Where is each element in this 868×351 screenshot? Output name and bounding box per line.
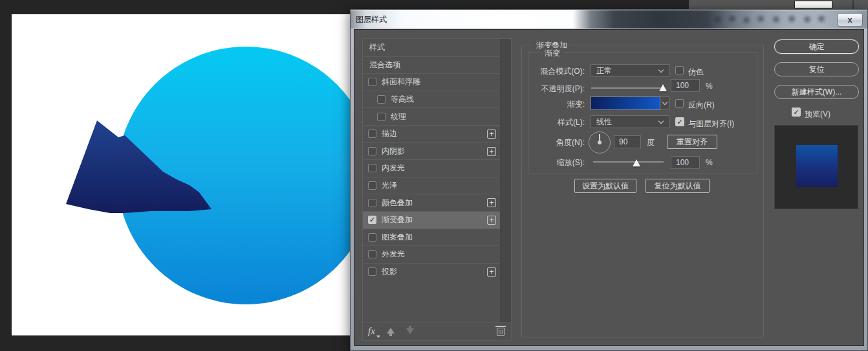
delete-effect-icon[interactable] <box>497 328 505 336</box>
preview-label: 预览(V) <box>805 109 830 120</box>
sidebar-item-blending-options[interactable]: 混合选项 <box>363 56 500 74</box>
close-icon: x <box>847 16 852 24</box>
chevron-down-icon <box>658 67 664 72</box>
opacity-slider-track[interactable] <box>591 87 664 89</box>
document-canvas <box>12 14 350 335</box>
opacity-slider-thumb[interactable] <box>659 84 667 91</box>
dialog-body: 样式 混合选项 斜面和浮雕 等高线 纹理 描边+ 内阴影+ 内发光 光泽 颜色叠… <box>354 29 864 346</box>
dither-checkbox[interactable] <box>675 66 684 74</box>
styles-list: 样式 混合选项 斜面和浮雕 等高线 纹理 描边+ 内阴影+ 内发光 光泽 颜色叠… <box>363 39 500 323</box>
gradient-swatch[interactable] <box>591 96 660 110</box>
angle-hub <box>598 141 602 144</box>
opacity-label: 不透明度(P): <box>520 84 585 95</box>
background-toolbar-swatch <box>794 1 832 8</box>
background-toolbar-divider <box>852 0 854 9</box>
mountain-layer-shape <box>12 14 350 335</box>
inner-glow-checkbox[interactable] <box>368 164 376 172</box>
gradient-group-label: 渐变 <box>541 48 563 59</box>
sidebar-item-texture[interactable]: 纹理 <box>363 108 500 125</box>
angle-label: 角度(N): <box>520 137 585 148</box>
move-effect-down-icon[interactable] <box>406 328 414 334</box>
dialog-titlebar[interactable]: 图层样式 x <box>350 9 868 28</box>
scale-unit: % <box>706 158 713 167</box>
texture-checkbox[interactable] <box>377 113 385 121</box>
dither-label: 仿色 <box>688 67 704 78</box>
sidebar-item-styles[interactable]: 样式 <box>363 39 500 56</box>
add-color-overlay-icon[interactable]: + <box>487 198 496 207</box>
sidebar-item-inner-glow[interactable]: 内发光 <box>363 159 500 177</box>
preview-thumbnail <box>774 125 858 209</box>
set-default-button[interactable]: 设置为默认值 <box>574 179 636 193</box>
sidebar-item-outer-glow[interactable]: 外发光 <box>363 245 500 263</box>
color-overlay-checkbox[interactable] <box>368 199 376 207</box>
angle-unit: 度 <box>647 137 655 148</box>
scale-label: 缩放(S): <box>520 157 585 168</box>
add-gradient-overlay-icon[interactable]: + <box>487 216 496 225</box>
align-layer-label: 与图层对齐(I) <box>688 119 734 130</box>
blend-mode-label: 混合模式(O): <box>520 66 585 77</box>
sidebar-item-pattern-overlay[interactable]: 图案叠加 <box>363 229 500 246</box>
reset-button[interactable]: 复位 <box>774 62 859 76</box>
sidebar-scrollbar[interactable] <box>500 39 511 323</box>
fx-menu-button[interactable]: fx <box>368 326 375 337</box>
sidebar-item-color-overlay[interactable]: 颜色叠加+ <box>363 194 500 211</box>
outer-glow-checkbox[interactable] <box>368 250 376 258</box>
angle-dial[interactable] <box>589 131 611 153</box>
bevel-emboss-checkbox[interactable] <box>368 78 376 86</box>
add-drop-shadow-icon[interactable]: + <box>487 267 496 277</box>
gradient-picker-button[interactable] <box>660 96 670 110</box>
add-stroke-icon[interactable]: + <box>487 130 496 139</box>
style-label: 样式(L): <box>520 117 585 128</box>
gradient-label: 渐变: <box>520 99 585 110</box>
sidebar-item-satin[interactable]: 光泽 <box>363 177 500 194</box>
styles-sidebar: 样式 混合选项 斜面和浮雕 等高线 纹理 描边+ 内阴影+ 内发光 光泽 颜色叠… <box>362 38 512 341</box>
add-inner-shadow-icon[interactable]: + <box>487 147 496 156</box>
reverse-label: 反向(R) <box>688 100 715 111</box>
sidebar-item-stroke[interactable]: 描边+ <box>363 125 500 142</box>
sidebar-item-inner-shadow[interactable]: 内阴影+ <box>363 142 500 160</box>
titlebar-blur-artifact <box>713 13 832 26</box>
chevron-down-icon <box>662 100 667 105</box>
sidebar-footer: fx <box>363 323 511 340</box>
scale-slider-track[interactable] <box>593 161 664 163</box>
layer-style-dialog: 图层样式 x 样式 混合选项 斜面和浮雕 等高线 纹理 描边+ 内阴影+ 内发光… <box>350 9 868 351</box>
preview-gradient-square <box>796 145 838 187</box>
inner-shadow-checkbox[interactable] <box>368 147 376 155</box>
pattern-overlay-checkbox[interactable] <box>368 233 376 242</box>
drop-shadow-checkbox[interactable] <box>368 267 376 276</box>
satin-checkbox[interactable] <box>368 181 376 190</box>
sidebar-item-contour[interactable]: 等高线 <box>363 91 500 108</box>
sidebar-item-bevel-emboss[interactable]: 斜面和浮雕 <box>363 73 500 91</box>
dialog-title: 图层样式 <box>356 14 387 25</box>
sidebar-item-drop-shadow[interactable]: 投影+ <box>363 263 500 280</box>
contour-checkbox[interactable] <box>377 95 385 104</box>
dialog-frame: 样式 混合选项 斜面和浮雕 等高线 纹理 描边+ 内阴影+ 内发光 光泽 颜色叠… <box>350 28 868 351</box>
blend-mode-select[interactable]: 正常 <box>591 64 669 77</box>
ok-button[interactable]: 确定 <box>774 40 859 54</box>
preview-checkbox[interactable] <box>792 108 801 117</box>
sidebar-item-gradient-overlay[interactable]: 渐变叠加+ <box>363 211 500 229</box>
scale-input[interactable] <box>671 156 700 169</box>
style-select[interactable]: 线性 <box>591 115 669 128</box>
blend-mode-value: 正常 <box>591 65 659 76</box>
reverse-checkbox[interactable] <box>675 99 684 108</box>
close-button[interactable]: x <box>837 13 863 27</box>
align-layer-checkbox[interactable] <box>675 117 684 126</box>
gradient-overlay-checkbox[interactable] <box>368 216 376 224</box>
reset-default-button[interactable]: 复位为默认值 <box>646 179 710 193</box>
reset-align-button[interactable]: 重置对齐 <box>667 135 717 149</box>
angle-input[interactable] <box>614 135 641 148</box>
scale-slider-thumb[interactable] <box>633 159 640 166</box>
move-effect-up-icon[interactable] <box>387 328 395 334</box>
background-app-toolbar <box>689 0 868 9</box>
style-value: 线性 <box>591 117 659 128</box>
chevron-down-icon <box>658 118 664 123</box>
stroke-checkbox[interactable] <box>368 130 376 138</box>
new-style-button[interactable]: 新建样式(W)... <box>774 85 859 99</box>
opacity-input[interactable] <box>671 79 700 92</box>
opacity-unit: % <box>706 82 713 91</box>
